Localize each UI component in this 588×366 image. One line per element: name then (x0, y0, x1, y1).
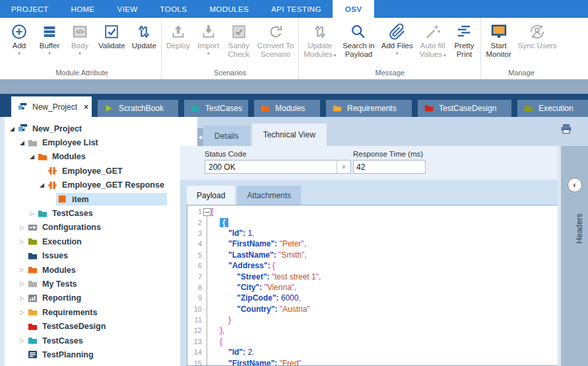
chevron-down-icon: ∨ (342, 164, 346, 170)
tree-item-label: Modules (42, 266, 76, 275)
osv-application-window: PROJECTHOMEVIEWTOOLSMODULESAPI TESTINGOS… (0, 0, 588, 366)
tree-item-employee-get-response[interactable]: ◢Employee_GET Response (5, 178, 180, 192)
tree-item-configurations[interactable]: ▷Configurations (5, 221, 180, 235)
tree-item-reporting[interactable]: ▷Reporting (5, 291, 180, 305)
update-modules-button[interactable]: UpdateModules ▾ (300, 18, 339, 66)
menu-item-home[interactable]: HOME (59, 0, 106, 18)
tree-item-issues[interactable]: Issues (5, 249, 180, 263)
code-line-13: 13{ (187, 336, 558, 347)
menu-item-tools[interactable]: TOOLS (149, 0, 199, 18)
inspector-tab-technical-view[interactable]: Technical View (252, 124, 327, 146)
expander-icon[interactable]: ▷ (18, 309, 26, 315)
button-label: Sync Users (518, 42, 557, 50)
start-monitor-button[interactable]: StartMonitor (482, 18, 514, 65)
import-button[interactable]: Import▾ (193, 18, 224, 57)
pretty-print-button[interactable]: PrettyPrint (449, 18, 479, 65)
close-icon[interactable]: × (84, 102, 88, 112)
tree-item-my-tests[interactable]: ▷My Tests (5, 277, 180, 291)
expander-icon[interactable]: ▷ (28, 211, 36, 217)
menu-item-project[interactable]: PROJECT (0, 0, 59, 18)
tree-item-testcases[interactable]: ▷TestCases (5, 206, 180, 220)
tree-item-execution[interactable]: ▷Execution (5, 235, 180, 248)
code-segment: "City": (237, 283, 262, 292)
folder-icon (28, 265, 38, 275)
auto-fill-values-button[interactable]: Auto fillValues ▾ (416, 18, 449, 66)
expander-icon[interactable]: ◢ (28, 153, 36, 160)
tree-item-employee-get[interactable]: Employee_GET (5, 164, 180, 178)
tree-item-content: Requirements (26, 306, 167, 318)
tree-item-modules[interactable]: ▷Modules (5, 263, 180, 277)
menu-item-api-testing[interactable]: API TESTING (260, 0, 333, 18)
sync-users-button[interactable]: Sync Users (515, 18, 560, 57)
expander-icon[interactable]: ▷ (18, 338, 26, 344)
status-code-dropdown[interactable]: 200 OK ∨ (205, 160, 351, 174)
folder-icon (28, 322, 38, 332)
expander-icon[interactable]: ◢ (38, 182, 46, 188)
response-time-input[interactable] (353, 160, 426, 174)
validate-button[interactable]: Validate (95, 18, 129, 57)
payload-code-editor[interactable]: 1[2{3"Id": 1,4"FirstName": "Peter",5"Las… (187, 205, 558, 366)
project-tree: ◢New_Project◢Employee List◢ModulesEmploy… (5, 117, 180, 366)
menu-item-osv[interactable]: OSV (333, 0, 375, 18)
tree-item-new-project[interactable]: ◢New_Project (5, 122, 180, 135)
menu-item-modules[interactable]: MODULES (198, 0, 260, 18)
collapse-left-icon: ◀ (199, 135, 202, 140)
dropdown-icon[interactable]: ▾ (396, 50, 399, 57)
tree-item-testplanning[interactable]: TestPlanning (5, 348, 180, 361)
status-code-dropdown-button[interactable]: ∨ (337, 161, 350, 173)
expander-icon[interactable]: ◢ (8, 126, 16, 132)
panel-collapse-handle[interactable]: ◀ (197, 128, 203, 146)
body-icon: </> (71, 22, 88, 42)
inspector-tab-details[interactable]: Details (203, 126, 250, 146)
document-tab-execution[interactable]: Execution (517, 100, 588, 117)
fold-collapse-icon[interactable] (203, 208, 211, 216)
tree-item-modules[interactable]: ◢Modules (5, 150, 180, 164)
tree-item-employee-list[interactable]: ◢Employee List (5, 135, 180, 149)
payload-tab-attachments[interactable]: Attachments (237, 186, 301, 205)
headers-vertical-tab[interactable]: Headers (575, 196, 584, 268)
convert-to-scenario-button[interactable]: Convert ToScenario (254, 18, 297, 65)
monitor-icon (490, 22, 507, 42)
tree-item-testcasedesign[interactable]: TestCaseDesign (5, 319, 180, 333)
body-button[interactable]: </>Body▾ (65, 18, 95, 57)
folder-icon (424, 104, 434, 113)
dropdown-icon[interactable]: ▾ (48, 50, 51, 57)
expander-icon[interactable]: ▷ (18, 295, 26, 301)
add-files-button[interactable]: Add Files▾ (378, 18, 416, 57)
document-tab-new-project[interactable]: New_Project× (11, 96, 92, 117)
code-segment: "Id": (228, 348, 245, 357)
search-in-payload-button[interactable]: Search inPayload (339, 18, 378, 65)
payload-tab-payload[interactable]: Payload (187, 186, 235, 205)
tree-item-requirements[interactable]: ▷Requirements (5, 305, 180, 319)
buffer-button[interactable]: Buffer▾ (34, 18, 65, 57)
update-button[interactable]: Update (129, 18, 160, 57)
line-number: 10 (187, 305, 211, 313)
line-number: 6 (187, 262, 211, 270)
dropdown-icon[interactable]: ▾ (18, 50, 20, 57)
document-tab-testcasedesign[interactable]: TestCaseDesign (418, 100, 511, 117)
add-button[interactable]: Add▾ (4, 18, 34, 57)
document-tab-testcases[interactable]: TestCases (184, 100, 248, 117)
expander-icon[interactable]: ▷ (18, 238, 26, 244)
document-tab-requirements[interactable]: Requirements (326, 100, 412, 117)
dropdown-icon[interactable]: ▾ (79, 50, 81, 57)
sanity-check-button[interactable]: SanityCheck (224, 18, 254, 65)
tab-label: ScratchBook (119, 104, 164, 113)
dropdown-icon[interactable]: ▾ (207, 50, 210, 57)
dropdown-icon: ▾ (333, 53, 336, 57)
response-time-label: Response Time (ms) (353, 150, 426, 158)
expander-icon[interactable]: ▷ (18, 225, 26, 231)
expand-headers-button[interactable]: ‹ (568, 178, 582, 192)
code-segment: , (319, 272, 321, 281)
document-tab-modules[interactable]: Modules (254, 100, 320, 117)
tree-item-item[interactable]: item (5, 192, 180, 206)
print-button[interactable] (560, 123, 572, 135)
menu-item-view[interactable]: VIEW (106, 0, 149, 18)
expander-icon[interactable]: ▷ (18, 281, 26, 287)
line-number: 4 (187, 240, 211, 248)
expander-icon[interactable]: ◢ (18, 139, 26, 146)
document-tab-scratchbook[interactable]: ScratchBook (98, 100, 178, 117)
expander-icon[interactable]: ▷ (18, 267, 26, 273)
deploy-button[interactable]: Deploy (163, 18, 193, 57)
tree-item-testcases[interactable]: ▷TestCases (5, 334, 180, 348)
